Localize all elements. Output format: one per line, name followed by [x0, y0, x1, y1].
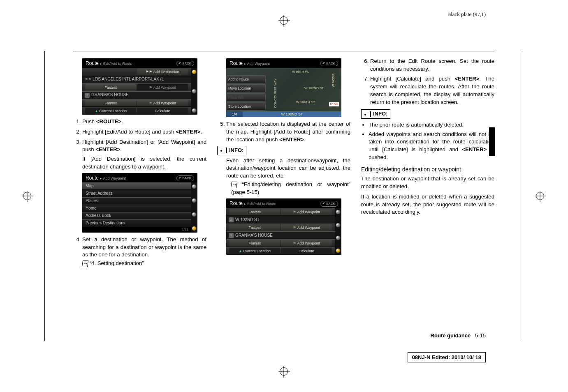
ss3-back-button: ↶BACK	[320, 61, 338, 66]
crop-rule-top	[73, 51, 494, 51]
screenshot-edit-add-route-2: Route ▸ Edit/Add to Route ↶BACK Fastest …	[226, 198, 341, 255]
ss3-street-99: W 99TH PL	[292, 69, 309, 74]
steps-6-7: Return to the Edit Route screen. Set the…	[361, 58, 494, 106]
ss2-item-prevdest: Previous Destinations	[82, 219, 191, 227]
registration-mark-left	[23, 192, 31, 200]
ss4-fastest-2: Fastest	[229, 224, 280, 231]
info-ref-1: ↪ “Editing/deleting destination or waypo…	[217, 181, 350, 196]
ss1-wp-num-1: 1	[85, 93, 90, 98]
step-6: Return to the Edit Route screen. Set the…	[370, 58, 494, 73]
ss2-pager: 1/11	[82, 227, 191, 232]
ss4-addwp-2: ⚑Add Waypoint	[281, 224, 332, 231]
ss2-item-street: Street Address	[82, 190, 191, 197]
para-2: If a location is modified or deleted whe…	[361, 193, 494, 216]
scroll-up-icon	[336, 210, 341, 214]
info-icon	[362, 111, 368, 117]
ss3-bottom-street: W 102ND ST	[243, 111, 341, 117]
ss3-pager: 1/4	[226, 111, 243, 117]
ss4-row-3: Fastest ⚑Add Waypoint	[226, 239, 335, 247]
reference-icon: ↪	[82, 261, 88, 267]
ss2-scroll-sidebar	[191, 182, 197, 232]
thumb-tab	[489, 127, 495, 156]
ss1-airport-row: ⚑⚑LOS ANGELES INTL AIRPORT-LAX (L	[82, 76, 191, 83]
ss1-add-dest-row: ⚑⚑ Add Destination	[82, 68, 191, 76]
reference-icon: ↪	[231, 182, 237, 188]
scroll-down-icon	[192, 212, 197, 217]
registration-mark-bottom	[280, 367, 288, 376]
ss1-bc-main: Route	[86, 60, 99, 66]
column-3: Return to the Edit Route screen. Set the…	[361, 58, 494, 341]
ss1-addwp-2: ⚑Add Waypoint	[137, 100, 188, 106]
ss4-row-2: Fastest ⚑Add Waypoint	[226, 224, 335, 231]
registration-mark-top	[280, 16, 288, 25]
step-7: Highlight [Calculate] and push <ENTER>. …	[370, 75, 494, 106]
ss4-102nd-row: 2W 102ND ST	[226, 216, 335, 224]
info-text-1: Even after setting a destination/waypoin…	[217, 157, 350, 180]
ss2-item-map: Map	[82, 182, 191, 190]
ss4-addwp-1: ⚑Add Waypoint	[281, 209, 332, 215]
column-1: Route ▸ Edit/Add to Route ↶BACK ⚑⚑ Add D…	[73, 58, 206, 341]
ss1-current-location: ▲ Current Location	[85, 108, 136, 114]
info-heading-1: INFO:	[217, 146, 350, 155]
scroll-up-icon	[192, 89, 197, 94]
step-3-note: If [Add Destination] is selected, the cu…	[82, 155, 206, 171]
ss1-bottom-row: ▲ Current Location Calculate	[82, 107, 191, 115]
ss1-back-button: ↶BACK	[176, 61, 194, 66]
screenshot-add-waypoint-list: Route ▸ Add Waypoint ↶BACK Map Street Ad…	[82, 173, 197, 232]
edit-stamp: 08NJ-N Edited: 2010/ 10/ 18	[408, 352, 486, 362]
steps-1-3: Push <ROUTE>. Highlight [Edit/Add to Rou…	[73, 118, 206, 171]
scroll-down-icon	[336, 235, 341, 240]
ss2-breadcrumb: Route ▸ Add Waypoint	[86, 175, 126, 182]
scroll-mid-icon	[336, 223, 341, 228]
ss1-fastest-1: Fastest	[85, 84, 136, 91]
ss3-breadcrumb: Route ▸ Add Waypoint	[230, 60, 270, 67]
scroll-up-icon	[192, 184, 197, 189]
info-icon	[218, 148, 224, 153]
para-1: The destination or waypoint that is alre…	[361, 175, 494, 190]
ss3-street-102: W 102ND ST	[304, 86, 324, 90]
ss4-breadcrumb: Route ▸ Edit/Add to Route	[230, 200, 276, 207]
ss2-back-button: ↶BACK	[176, 175, 194, 181]
section-name: Route guidance	[431, 332, 471, 339]
ss4-wp-num-2: 2	[229, 217, 234, 222]
ss3-panel-move-location: Move Location	[226, 84, 266, 92]
ss1-row-fastest-2: Fastest ⚑Add Waypoint	[82, 99, 191, 107]
ss3-panel-store-location: Store Location	[226, 102, 266, 111]
steps-4: Set a destination or waypoint. The metho…	[73, 236, 206, 267]
scroll-mid-icon	[192, 198, 197, 203]
scroll-bottom-icon	[192, 226, 197, 231]
info-bullet-1: The prior route is automatically deleted…	[369, 121, 494, 129]
ss4-fastest-3: Fastest	[229, 240, 280, 247]
ss1-breadcrumb: Route ▸ Edit/Add to Route	[86, 60, 132, 67]
crop-rule-right	[523, 51, 523, 341]
step-3: Highlight [Add Destination] or [Add Wayp…	[82, 138, 206, 171]
ss4-wp-num-1: 1	[229, 233, 234, 238]
steps-5: The selected location is displayed at th…	[217, 120, 350, 143]
ss3-street-moss: W MOSS	[331, 74, 336, 87]
ss2-item-places: Places	[82, 197, 191, 205]
ss4-bottom-row: ▲ Current Location Calculate	[226, 247, 335, 255]
ss3-street-104: W 104TH ST	[296, 100, 315, 104]
page-number: 5-15	[475, 332, 486, 339]
ss4-fastest-1: Fastest	[229, 209, 280, 215]
ss3-panel-add-to-route: Add to Route	[226, 75, 266, 83]
screenshot-edit-add-route: Route ▸ Edit/Add to Route ↶BACK ⚑⚑ Add D…	[82, 58, 197, 115]
ss3-panel-place-info: Place Info	[226, 93, 266, 101]
ss3-scale-indicator: 1/16mi	[329, 102, 339, 106]
crop-rule-left	[44, 51, 45, 341]
ss4-row-1: Fastest ⚑Add Waypoint	[226, 208, 335, 216]
ss2-item-home: Home	[82, 205, 191, 212]
step-5: The selected location is displayed at th…	[226, 120, 350, 143]
scroll-down-icon	[192, 108, 197, 113]
info-bullets: The prior route is automatically deleted…	[361, 121, 494, 161]
info-heading-2: INFO:	[361, 109, 494, 118]
ss3-street-concourse: CONCOURSE WAY	[273, 78, 278, 108]
step-1: Push <ROUTE>.	[82, 118, 206, 126]
ss3-bottom-bar: 1/4 W 102ND ST	[226, 111, 341, 117]
ss4-current-location: ▲ Current Location	[229, 248, 280, 254]
ss1-addwp-1: ⚑Add Waypoint	[137, 84, 188, 91]
ss1-row-fastest-1: Fastest ⚑Add Waypoint	[82, 83, 191, 91]
page-footer: Route guidance 5-15	[431, 332, 486, 339]
registration-mark-right	[536, 192, 544, 200]
ss4-addwp-3: ⚑Add Waypoint	[281, 240, 332, 247]
